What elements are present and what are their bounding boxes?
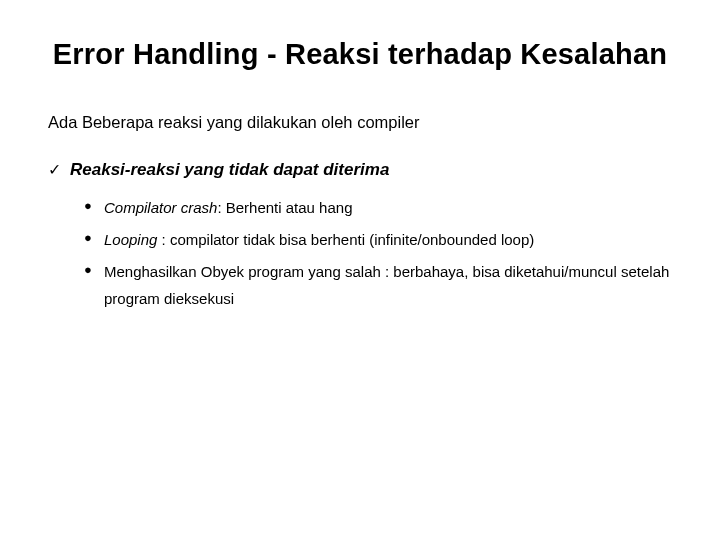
slide: Error Handling - Reaksi terhadap Kesalah… bbox=[0, 0, 720, 540]
bullet-text: Compilator crash: Berhenti atau hang bbox=[104, 194, 672, 222]
bullet-icon: ● bbox=[84, 226, 104, 251]
bullet-lead: Compilator crash bbox=[104, 199, 217, 216]
check-icon: ✓ bbox=[48, 162, 70, 178]
list-item: ● Compilator crash: Berhenti atau hang bbox=[84, 194, 672, 222]
slide-title: Error Handling - Reaksi terhadap Kesalah… bbox=[48, 38, 672, 71]
intro-text: Ada Beberapa reaksi yang dilakukan oleh … bbox=[48, 113, 672, 132]
bullet-text: Looping : compilator tidak bisa berhenti… bbox=[104, 226, 672, 254]
bullet-rest: : Berhenti atau hang bbox=[217, 199, 352, 216]
section-heading: Reaksi-reaksi yang tidak dapat diterima bbox=[70, 160, 389, 180]
bullet-icon: ● bbox=[84, 194, 104, 219]
list-item: ● Menghasilkan Obyek program yang salah … bbox=[84, 258, 672, 314]
bullet-rest: : compilator tidak bisa berhenti (infini… bbox=[157, 231, 534, 248]
bullet-lead: Looping bbox=[104, 231, 157, 248]
bullet-list: ● Compilator crash: Berhenti atau hang ●… bbox=[84, 194, 672, 313]
list-item: ● Looping : compilator tidak bisa berhen… bbox=[84, 226, 672, 254]
section-heading-row: ✓ Reaksi-reaksi yang tidak dapat diterim… bbox=[48, 160, 672, 180]
bullet-icon: ● bbox=[84, 258, 104, 283]
bullet-rest: Menghasilkan Obyek program yang salah : … bbox=[104, 263, 669, 308]
bullet-text: Menghasilkan Obyek program yang salah : … bbox=[104, 258, 672, 314]
